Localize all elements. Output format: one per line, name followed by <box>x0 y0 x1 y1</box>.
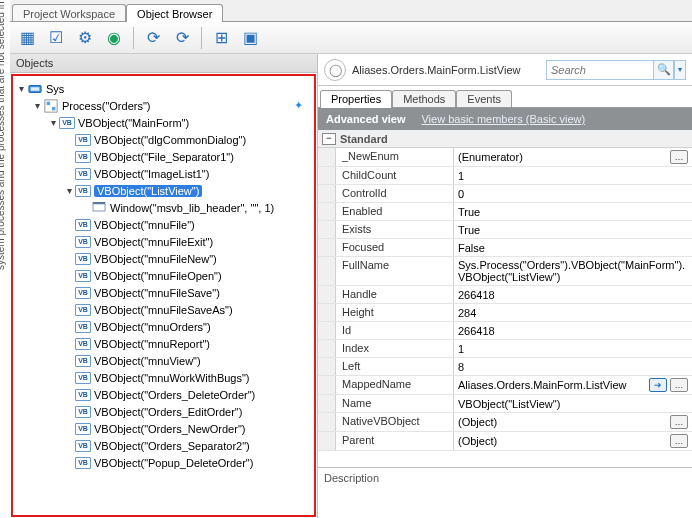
vb-icon: VB <box>75 134 91 146</box>
ellipsis-button[interactable]: … <box>670 415 688 429</box>
property-value-cell[interactable]: 1 <box>454 340 692 357</box>
property-value: True <box>458 224 688 236</box>
property-grid[interactable]: − Standard _NewEnum(Enumerator)…ChildCou… <box>318 130 692 468</box>
property-row[interactable]: Id266418 <box>318 322 692 340</box>
tree-node[interactable]: VBVBObject("mnuFile") <box>15 216 312 233</box>
object-tree[interactable]: ▾ Sys ▾ Process("Orders") ✦ <box>11 74 316 517</box>
map-object-button[interactable]: ⊞ <box>208 25 234 51</box>
ellipsis-button[interactable]: … <box>670 378 688 392</box>
property-row[interactable]: NameVBObject("ListView") <box>318 395 692 413</box>
row-gutter <box>318 203 336 220</box>
vb-icon: VB <box>75 457 91 469</box>
tree-node-label: VBObject("Orders_DeleteOrder") <box>94 389 255 401</box>
property-value-cell[interactable]: 284 <box>454 304 692 321</box>
property-value-cell[interactable]: VBObject("ListView") <box>454 395 692 412</box>
switch-basic-view-link[interactable]: View basic members (Basic view) <box>421 113 585 125</box>
tree-node[interactable]: VBVBObject("mnuFileOpen") <box>15 267 312 284</box>
tree-node[interactable]: VBVBObject("Orders_DeleteOrder") <box>15 386 312 403</box>
property-row[interactable]: Left8 <box>318 358 692 376</box>
property-group-header[interactable]: − Standard <box>318 130 692 148</box>
tree-node[interactable]: VBVBObject("mnuFileNew") <box>15 250 312 267</box>
property-value-cell[interactable]: 266418 <box>454 286 692 303</box>
tree-node[interactable]: VBVBObject("Orders_EditOrder") <box>15 403 312 420</box>
property-row[interactable]: ChildCount1 <box>318 167 692 185</box>
tree-node[interactable]: VBVBObject("mnuReport") <box>15 335 312 352</box>
search-dropdown-button[interactable]: ▾ <box>674 60 686 80</box>
ellipsis-button[interactable]: … <box>670 434 688 448</box>
property-row[interactable]: MappedNameAliases.Orders.MainForm.ListVi… <box>318 376 692 395</box>
tree-node-label: VBObject("ImageList1") <box>94 168 209 180</box>
property-row[interactable]: ExistsTrue <box>318 221 692 239</box>
row-gutter <box>318 304 336 321</box>
tree-node-selected[interactable]: ▾ VB VBObject("ListView") <box>15 182 312 199</box>
tree-node-label: Process("Orders") <box>62 100 151 112</box>
property-value: False <box>458 242 688 254</box>
map-icon: ⊞ <box>215 28 228 47</box>
collapse-toggle[interactable]: − <box>322 133 336 145</box>
tree-node[interactable]: VBVBObject("mnuOrders") <box>15 318 312 335</box>
tree-node[interactable]: VBVBObject("Popup_DeleteOrder") <box>15 454 312 471</box>
filter-processes-button[interactable]: ▦ <box>14 25 40 51</box>
property-row[interactable]: FocusedFalse <box>318 239 692 257</box>
tree-node-label: VBObject("mnuFileSaveAs") <box>94 304 233 316</box>
property-row[interactable]: EnabledTrue <box>318 203 692 221</box>
property-name: Enabled <box>336 203 454 220</box>
tab-events[interactable]: Events <box>456 90 512 107</box>
expand-toggle[interactable]: ▾ <box>31 100 43 111</box>
navigate-button[interactable]: ➜ <box>649 378 667 392</box>
property-row[interactable]: Handle266418 <box>318 286 692 304</box>
property-value-cell[interactable]: (Object)… <box>454 432 692 450</box>
property-value-cell[interactable]: True <box>454 221 692 238</box>
property-value-cell[interactable]: False <box>454 239 692 256</box>
tree-node[interactable]: VBVBObject("ImageList1") <box>15 165 312 182</box>
property-value-cell[interactable]: 266418 <box>454 322 692 339</box>
property-name: Name <box>336 395 454 412</box>
expand-toggle[interactable]: ▾ <box>15 83 27 94</box>
ellipsis-button[interactable]: … <box>670 150 688 164</box>
property-row[interactable]: NativeVBObject(Object)… <box>318 413 692 432</box>
property-row[interactable]: _NewEnum(Enumerator)… <box>318 148 692 167</box>
vb-icon: VB <box>59 117 75 129</box>
tree-node[interactable]: VBVBObject("dlgCommonDialog") <box>15 131 312 148</box>
tab-project-workspace[interactable]: Project Workspace <box>12 4 126 22</box>
row-gutter <box>318 376 336 394</box>
search-input[interactable] <box>546 60 654 80</box>
property-row[interactable]: ControlId0 <box>318 185 692 203</box>
expand-toggle[interactable]: ▾ <box>63 185 75 196</box>
property-value-cell[interactable]: (Object)… <box>454 413 692 431</box>
property-value-cell[interactable]: 8 <box>454 358 692 375</box>
settings-button[interactable]: ⚙ <box>72 25 98 51</box>
property-value-cell[interactable]: 1 <box>454 167 692 184</box>
tree-node[interactable]: VBVBObject("Orders_Separator2") <box>15 437 312 454</box>
tab-object-browser[interactable]: Object Browser <box>126 4 223 22</box>
expand-toggle[interactable]: ▾ <box>47 117 59 128</box>
property-row[interactable]: FullNameSys.Process("Orders").VBObject("… <box>318 257 692 286</box>
tab-methods[interactable]: Methods <box>392 90 456 107</box>
property-row[interactable]: Index1 <box>318 340 692 358</box>
property-value-cell[interactable]: (Enumerator)… <box>454 148 692 166</box>
tree-node[interactable]: VBVBObject("mnuFileSaveAs") <box>15 301 312 318</box>
show-tested-apps-button[interactable]: ☑ <box>43 25 69 51</box>
property-row[interactable]: Height284 <box>318 304 692 322</box>
property-value-cell[interactable]: True <box>454 203 692 220</box>
property-value: VBObject("ListView") <box>458 398 688 410</box>
refresh-all-button[interactable]: ⟳ <box>169 25 195 51</box>
tree-node[interactable]: VBVBObject("mnuView") <box>15 352 312 369</box>
refresh-button[interactable]: ⟳ <box>140 25 166 51</box>
tree-node[interactable]: Window("msvb_lib_header", "", 1) <box>15 199 312 216</box>
tree-node[interactable]: VBVBObject("mnuFileExit") <box>15 233 312 250</box>
tree-node[interactable]: VBVBObject("Orders_NewOrder") <box>15 420 312 437</box>
property-row[interactable]: Parent(Object)… <box>318 432 692 451</box>
tree-node[interactable]: VBVBObject("File_Separator1") <box>15 148 312 165</box>
row-gutter <box>318 322 336 339</box>
property-value-cell[interactable]: Sys.Process("Orders").VBObject("MainForm… <box>454 257 692 285</box>
property-value-cell[interactable]: 0 <box>454 185 692 202</box>
property-value-cell[interactable]: Aliases.Orders.MainForm.ListView➜… <box>454 376 692 394</box>
tree-node[interactable]: VBVBObject("mnuWorkWithBugs") <box>15 369 312 386</box>
highlight-on-screen-button[interactable]: ◉ <box>101 25 127 51</box>
store-object-button[interactable]: ▣ <box>237 25 263 51</box>
tree-node[interactable]: VBVBObject("mnuFileSave") <box>15 284 312 301</box>
refresh-icon: ⟳ <box>147 28 160 47</box>
search-button[interactable]: 🔍 <box>654 60 674 80</box>
tab-properties[interactable]: Properties <box>320 90 392 107</box>
